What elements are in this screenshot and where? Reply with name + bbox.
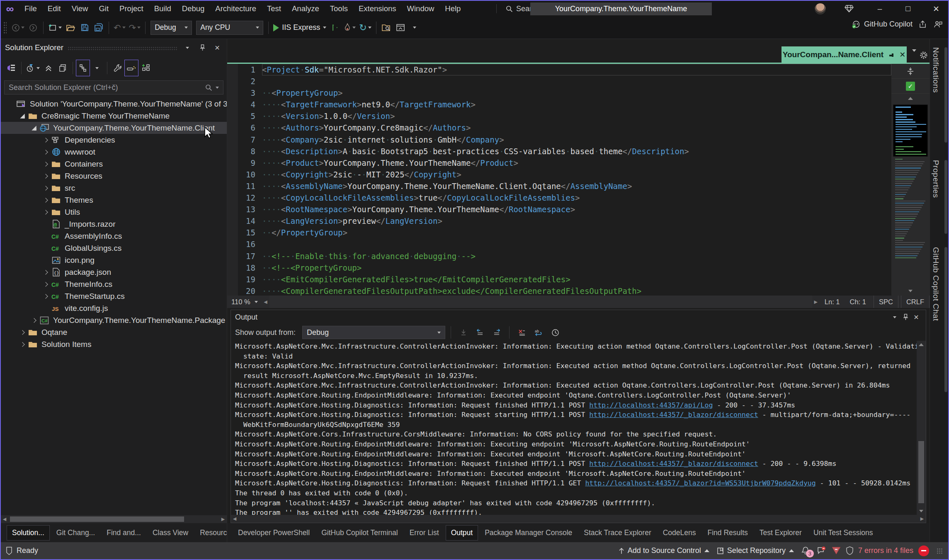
chevron-collapsed-icon[interactable]: [41, 175, 51, 178]
code-line-18[interactable]: 18··<!--<PropertyGroup>: [238, 262, 891, 274]
tab-package-manager-console[interactable]: Package Manager Console: [480, 526, 577, 540]
tab-unit-test-sessions[interactable]: Unit Test Sessions: [808, 526, 878, 540]
undo-dropdown-caret[interactable]: [122, 27, 126, 29]
tab-list-caret[interactable]: [912, 52, 916, 59]
refresh-button[interactable]: ↻: [357, 20, 373, 36]
code-line-1[interactable]: 1<Project·Sdk="Microsoft.NET.Sdk.Razor">: [238, 64, 891, 75]
find-in-files-button[interactable]: [379, 20, 393, 36]
chevron-collapsed-icon[interactable]: [41, 187, 51, 190]
code-line-17[interactable]: 17··<!--·Enable·this·for·advanced·debugg…: [238, 250, 891, 262]
chevron-collapsed-icon[interactable]: [41, 271, 51, 274]
chevron-collapsed-icon[interactable]: [41, 295, 51, 298]
tab-close-icon[interactable]: ✕: [899, 50, 905, 59]
code-line-10[interactable]: 10····<Copyright>2sic·-·MIT·2025</Copyri…: [238, 169, 891, 180]
chevron-collapsed-icon[interactable]: [41, 138, 51, 142]
hot-reload-button[interactable]: [342, 20, 357, 36]
filter-pending-changes-button[interactable]: [24, 60, 41, 76]
errors-summary-text[interactable]: 7 errors in 4 files: [858, 546, 913, 555]
code-line-13[interactable]: 13····<RootNamespace>YourCompany.Theme.Y…: [238, 204, 891, 215]
chevron-collapsed-icon[interactable]: [17, 343, 27, 346]
tree-item-yourcompany-theme-yourthemename-client[interactable]: YourCompany.Theme.YourThemeName.Client: [1, 122, 227, 134]
menu-item-help[interactable]: Help: [439, 1, 466, 17]
side-tab-github-copilot-chat[interactable]: GitHub Copilot Chat: [931, 247, 940, 321]
panel-drag-texture[interactable]: [68, 46, 178, 51]
tree-item-wwwroot[interactable]: wwwroot: [1, 146, 227, 158]
minimap-scroll-up[interactable]: [891, 94, 930, 103]
new-project-button[interactable]: [46, 20, 63, 36]
redo-dropdown-caret[interactable]: [137, 27, 141, 29]
panel-drag-area[interactable]: [262, 316, 885, 320]
tree-item-assemblyinfo-cs[interactable]: C#AssemblyInfo.cs: [1, 230, 227, 242]
code-line-8[interactable]: 8····<Description>A·basic·Bootstrap5·bes…: [238, 145, 891, 157]
menu-item-edit[interactable]: Edit: [42, 1, 66, 17]
code-line-12[interactable]: 12····<CopyLocalLockFileAssemblies>true<…: [238, 192, 891, 204]
tab-error-list[interactable]: Error List: [405, 526, 444, 540]
solution-explorer-hscrollbar[interactable]: ◀ ▶: [1, 515, 227, 523]
scroll-right-arrow[interactable]: ▶: [219, 515, 227, 523]
tab-solution[interactable]: Solution...: [7, 525, 50, 541]
tab-find-and[interactable]: Find and...: [102, 526, 146, 540]
code-line-15[interactable]: 15··</PropertyGroup>: [238, 227, 891, 238]
add-to-source-control-button[interactable]: Add to Source Control: [619, 546, 709, 555]
save-button[interactable]: [78, 20, 92, 36]
chevron-collapsed-icon[interactable]: [41, 162, 51, 166]
toolbar-overflow-button[interactable]: [408, 20, 422, 36]
output-pin-icon[interactable]: [900, 312, 911, 322]
breakpoint-margin[interactable]: [227, 64, 238, 296]
menu-item-tools[interactable]: Tools: [325, 1, 353, 17]
log-link[interactable]: http://localhost:44357/_blazor?id=WS53Ut…: [585, 479, 816, 487]
tab-test-explorer[interactable]: Test Explorer: [755, 526, 807, 540]
menu-item-git[interactable]: Git: [93, 1, 114, 17]
close-panel-icon[interactable]: ✕: [212, 42, 223, 53]
word-wrap-button[interactable]: ab: [532, 326, 546, 339]
tab-developer-powershell[interactable]: Developer PowerShell: [233, 526, 315, 540]
code-line-2[interactable]: 2: [238, 75, 891, 87]
add-new-item-button[interactable]: [138, 60, 153, 76]
document-tab[interactable]: YourCompan...Name.Client ✕: [782, 46, 907, 63]
search-options-caret[interactable]: [216, 87, 219, 89]
code-line-9[interactable]: 9····<Product>YourCompany.Theme.YourThem…: [238, 157, 891, 169]
save-all-button[interactable]: [92, 20, 106, 36]
select-repository-button[interactable]: Select Repository: [717, 546, 794, 555]
chevron-collapsed-icon[interactable]: [29, 319, 39, 322]
clear-all-button[interactable]: [515, 326, 529, 339]
hot-reload-caret[interactable]: [352, 27, 356, 29]
tree-item-vite-config-js[interactable]: JSvite.config.js: [1, 302, 227, 314]
minimap-scroll-down[interactable]: [891, 286, 930, 296]
filter-caret[interactable]: [36, 67, 40, 69]
undo-button[interactable]: ↶: [112, 20, 127, 36]
code-line-4[interactable]: 4····<TargetFramework>net9.0</TargetFram…: [238, 99, 891, 110]
panel-menu-caret[interactable]: [182, 42, 193, 53]
switch-views-button[interactable]: [4, 60, 18, 76]
minimap-viewport[interactable]: [893, 104, 928, 157]
vscroll-thumb[interactable]: [918, 441, 924, 503]
zoom-selector[interactable]: 110 %: [227, 296, 262, 308]
code-editor[interactable]: 1<Project·Sdk="Microsoft.NET.Sdk.Razor">…: [227, 63, 930, 296]
menu-item-test[interactable]: Test: [262, 1, 286, 17]
tree-item-themes[interactable]: Themes: [1, 194, 227, 206]
solution-explorer-header[interactable]: Solution Explorer ✕: [1, 39, 227, 56]
minimize-button[interactable]: –: [871, 1, 889, 17]
log-link[interactable]: http://localhost:44357/api/Log: [589, 401, 713, 409]
editor-settings-gear-icon[interactable]: [920, 51, 928, 59]
tree-item-globalusings-cs[interactable]: C#GlobalUsings.cs: [1, 242, 227, 254]
tab-output[interactable]: Output: [446, 525, 478, 541]
previous-message-button[interactable]: [473, 326, 487, 339]
side-tab-properties[interactable]: Properties: [931, 160, 940, 198]
pin-icon[interactable]: [197, 42, 208, 53]
resize-grip[interactable]: [937, 548, 943, 555]
tree-item-icon-png[interactable]: icon.png: [1, 254, 227, 266]
properties-button[interactable]: [110, 60, 124, 76]
chevron-expanded-icon[interactable]: [17, 113, 27, 119]
tree-item-package-json[interactable]: {}package.json: [1, 266, 227, 278]
tree-item-yourcompany-theme-yourthemename-package[interactable]: C#YourCompany.Theme.YourThemeName.Packag…: [1, 314, 227, 326]
split-window-handle[interactable]: [891, 64, 930, 79]
menu-item-window[interactable]: Window: [402, 1, 440, 17]
code-line-3[interactable]: 3··<PropertyGroup>: [238, 87, 891, 99]
tree-item-themeinfo-cs[interactable]: C#ThemeInfo.cs: [1, 278, 227, 290]
open-folder-button[interactable]: [63, 20, 78, 36]
code-line-20[interactable]: 20····<CompilerGeneratedFilesOutputPath>…: [238, 285, 891, 296]
tree-item-resources[interactable]: Resources: [1, 170, 227, 182]
hscroll-thumb[interactable]: [10, 516, 184, 522]
start-dropdown-caret[interactable]: [323, 27, 326, 29]
